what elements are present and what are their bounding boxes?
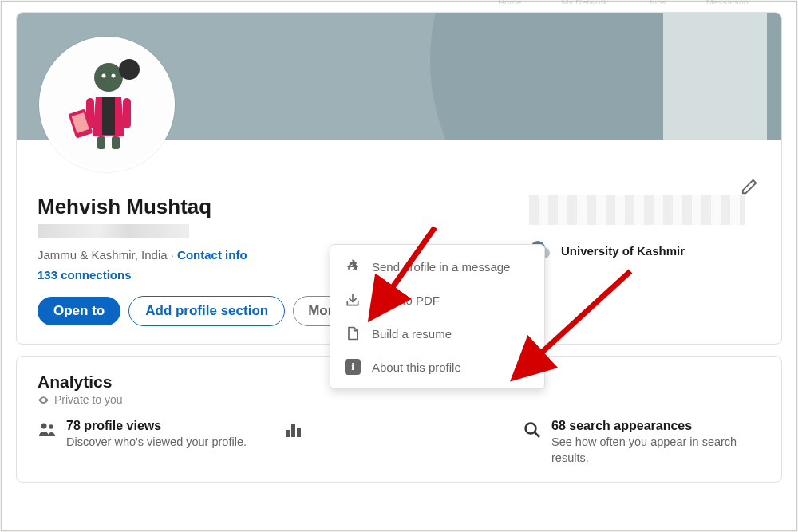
contact-info-link[interactable]: Contact info (177, 248, 247, 262)
profile-views-stat[interactable]: 78 profile views Discover who's viewed y… (38, 419, 275, 466)
svg-point-16 (526, 424, 536, 434)
save-pdf-item[interactable]: Save to PDF (330, 283, 544, 317)
people-icon (38, 420, 57, 439)
build-resume-item[interactable]: Build a resume (330, 317, 544, 350)
download-icon (345, 292, 361, 308)
company-redacted (529, 195, 745, 225)
analytics-middle-icon (283, 419, 323, 466)
more-dropdown: Send profile in a message Save to PDF (330, 244, 545, 389)
svg-rect-13 (286, 430, 290, 437)
eye-icon (38, 394, 49, 406)
svg-rect-14 (291, 424, 295, 437)
svg-point-0 (94, 63, 123, 92)
bar-chart-icon (283, 420, 302, 439)
svg-point-1 (119, 59, 140, 80)
analytics-privacy: Private to you (38, 393, 760, 406)
education-item[interactable]: University of Kashmir (529, 239, 760, 262)
search-icon (523, 420, 542, 439)
svg-point-11 (41, 424, 47, 429)
search-appearances-stat[interactable]: 68 search appearances See how often you … (523, 419, 760, 466)
svg-rect-15 (297, 428, 301, 437)
headline-redacted (38, 224, 189, 238)
svg-point-3 (112, 74, 116, 78)
profile-card: Mehvish Mushtaq Jammu & Kashmir, India ·… (16, 12, 782, 345)
forward-arrow-icon (345, 258, 361, 274)
add-profile-section-button[interactable]: Add profile section (128, 296, 285, 326)
send-profile-item[interactable]: Send profile in a message (330, 250, 544, 283)
document-icon (345, 325, 361, 341)
svg-line-17 (535, 432, 539, 437)
open-to-button[interactable]: Open to (38, 297, 120, 325)
about-profile-item[interactable]: i About this profile (330, 350, 544, 384)
education-name: University of Kashmir (561, 244, 685, 258)
svg-rect-6 (123, 98, 131, 128)
svg-rect-4 (102, 97, 115, 135)
svg-point-12 (49, 424, 53, 429)
svg-point-2 (102, 74, 106, 78)
info-icon: i (345, 359, 361, 375)
